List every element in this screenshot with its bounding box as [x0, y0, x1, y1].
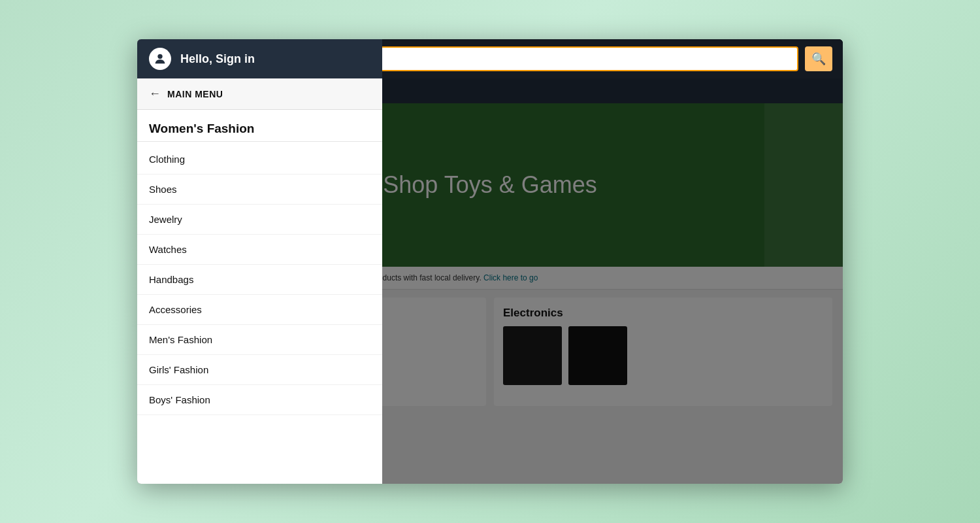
menu-item-girls-fashion-label: Girls' Fashion — [149, 364, 208, 375]
menu-item-girls-fashion[interactable]: Girls' Fashion — [137, 355, 382, 385]
menu-divider — [137, 141, 382, 142]
menu-item-clothing-label: Clothing — [149, 154, 185, 165]
menu-item-boys-fashion[interactable]: Boys' Fashion — [137, 385, 382, 415]
menu-item-mens-fashion-label: Men's Fashion — [149, 334, 212, 345]
search-button[interactable]: 🔍 — [805, 46, 832, 71]
menu-item-watches-label: Watches — [149, 244, 187, 255]
search-icon: 🔍 — [811, 52, 826, 66]
menu-item-jewelry[interactable]: Jewelry — [137, 205, 382, 235]
menu-item-handbags[interactable]: Handbags — [137, 265, 382, 295]
section-title: Women's Fashion — [137, 110, 382, 141]
menu-item-accessories-label: Accessories — [149, 304, 202, 315]
menu-item-accessories[interactable]: Accessories — [137, 295, 382, 325]
side-panel: Hello, Sign in ← MAIN MENU Women's Fashi… — [137, 39, 382, 484]
back-arrow-icon[interactable]: ← — [149, 87, 161, 101]
browser-window: amazon Gift Cards Sell Shop Toys & Games… — [137, 39, 843, 484]
menu-item-boys-fashion-label: Boys' Fashion — [149, 394, 210, 405]
avatar — [149, 48, 171, 70]
panel-header-text: Hello, Sign in — [180, 52, 255, 66]
panel-menu-bar: ← MAIN MENU — [137, 78, 382, 110]
menu-item-shoes[interactable]: Shoes — [137, 175, 382, 205]
panel-header: Hello, Sign in — [137, 39, 382, 78]
menu-item-handbags-label: Handbags — [149, 274, 193, 285]
menu-item-jewelry-label: Jewelry — [149, 214, 182, 225]
menu-item-clothing[interactable]: Clothing — [137, 144, 382, 175]
svg-point-0 — [157, 54, 162, 59]
menu-item-mens-fashion[interactable]: Men's Fashion — [137, 325, 382, 355]
main-menu-label: MAIN MENU — [167, 89, 223, 99]
menu-item-watches[interactable]: Watches — [137, 235, 382, 265]
menu-item-shoes-label: Shoes — [149, 184, 177, 195]
